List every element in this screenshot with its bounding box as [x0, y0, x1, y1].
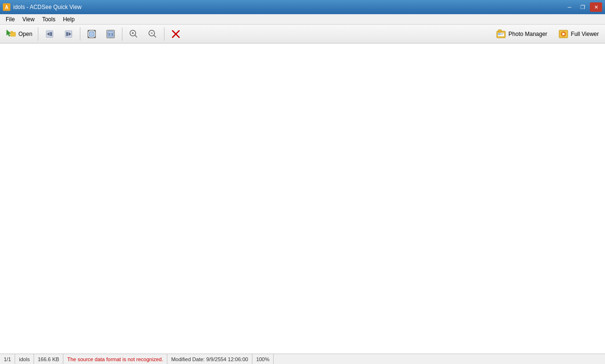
fit-to-window-button[interactable] — [83, 26, 101, 42]
svg-rect-32 — [498, 33, 501, 35]
main-content — [0, 43, 605, 354]
open-label: Open — [18, 31, 32, 37]
full-viewer-button[interactable]: Full Viewer — [553, 26, 603, 42]
svg-rect-12 — [89, 32, 94, 36]
zoom-in-icon — [128, 28, 139, 40]
separator-4 — [164, 27, 164, 41]
status-message: The source data format is not recognized… — [63, 354, 167, 364]
full-viewer-icon — [558, 28, 569, 40]
next-image-icon — [63, 28, 74, 40]
title-text: idols - ACDSee Quick View — [13, 4, 82, 10]
restore-button[interactable]: ❐ — [577, 2, 589, 12]
svg-text:A: A — [5, 5, 8, 10]
close-button[interactable]: ✕ — [590, 2, 602, 12]
acdsee-icon: A — [3, 3, 10, 11]
open-button[interactable]: Open — [2, 26, 35, 42]
svg-marker-2 — [7, 30, 11, 36]
svg-rect-3 — [10, 32, 16, 36]
actual-size-button[interactable]: 1:1 — [102, 26, 120, 42]
svg-text:1:1: 1:1 — [108, 33, 113, 36]
svg-rect-30 — [498, 30, 501, 32]
status-filename: idols — [15, 354, 34, 364]
next-image-button[interactable] — [60, 26, 78, 42]
zoom-out-icon — [147, 28, 158, 40]
delete-button[interactable] — [167, 26, 185, 42]
title-bar-left: A idols - ACDSee Quick View — [3, 3, 82, 11]
menu-help[interactable]: Help — [59, 15, 78, 24]
toolbar-right: Photo Manager Full Viewer — [491, 26, 603, 42]
photo-manager-label: Photo Manager — [509, 31, 547, 37]
delete-icon — [170, 28, 182, 40]
status-zoom: 100% — [252, 354, 274, 364]
menu-view[interactable]: View — [18, 15, 38, 24]
svg-line-26 — [154, 35, 156, 37]
svg-rect-10 — [66, 32, 68, 36]
title-bar-controls: ─ ❐ ✕ — [563, 2, 602, 12]
title-bar: A idols - ACDSee Quick View ─ ❐ ✕ — [0, 0, 605, 14]
separator-1 — [38, 27, 38, 41]
fit-to-window-icon — [86, 28, 97, 40]
zoom-in-button[interactable] — [125, 26, 143, 42]
photo-manager-icon — [495, 28, 507, 40]
status-modified-date: Modified Date: 9/9/2554 12:06:00 — [167, 354, 252, 364]
menu-bar: File View Tools Help — [0, 14, 605, 25]
minimize-button[interactable]: ─ — [563, 2, 576, 12]
toolbar: Open — [0, 25, 605, 43]
separator-3 — [122, 27, 122, 41]
svg-line-23 — [135, 35, 137, 37]
actual-size-icon: 1:1 — [105, 28, 116, 40]
photo-manager-button[interactable]: Photo Manager — [491, 26, 552, 42]
status-position: 1/1 — [0, 354, 15, 364]
menu-file[interactable]: File — [2, 15, 18, 24]
full-viewer-label: Full Viewer — [571, 31, 599, 37]
zoom-out-button[interactable] — [144, 26, 162, 42]
svg-rect-4 — [10, 31, 13, 33]
status-filesize: 166.6 KB — [34, 354, 63, 364]
prev-image-button[interactable] — [41, 26, 59, 42]
status-bar: 1/1 idols 166.6 KB The source data forma… — [0, 354, 605, 364]
separator-2 — [80, 27, 80, 41]
open-icon — [5, 28, 17, 40]
menu-tools[interactable]: Tools — [38, 15, 59, 24]
previous-image-icon — [44, 28, 55, 40]
svg-rect-7 — [50, 32, 52, 36]
